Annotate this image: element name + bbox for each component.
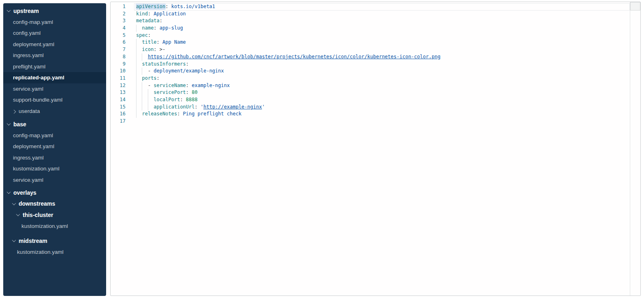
sidebar-item-midstream[interactable]: midstream [3, 235, 106, 247]
sidebar-item-userdata[interactable]: userdata [3, 106, 106, 117]
chevron-down-icon[interactable] [7, 8, 11, 12]
code-token: name [142, 25, 154, 31]
scrollbar-track[interactable] [630, 2, 630, 296]
code-token [136, 104, 154, 110]
indent-guide [148, 96, 148, 104]
code-line[interactable]: servicePort: 80 [136, 89, 630, 96]
sidebar-item-config-yaml[interactable]: config.yaml [3, 28, 106, 39]
indent-guide [142, 104, 142, 111]
code-token: title [142, 39, 156, 45]
folder-label: userdata [19, 108, 40, 114]
code-token: apiVersion [136, 4, 165, 9]
folder-label: this-cluster [23, 212, 53, 218]
file-label: deployment.yaml [13, 41, 54, 47]
code-token: kots.io/v1beta1 [171, 4, 215, 9]
sidebar-item-kustomization-yaml[interactable]: kustomization.yaml [3, 247, 106, 258]
sidebar-item-kustomization-yaml[interactable]: kustomization.yaml [3, 221, 106, 232]
code-line[interactable]: statusInformers: [136, 61, 630, 68]
code-token [136, 111, 142, 117]
code-line[interactable]: localPort: 8888 [136, 96, 630, 104]
indent-guide [148, 104, 148, 111]
sidebar-item-deployment-yaml[interactable]: deployment.yaml [3, 141, 106, 152]
sidebar-item-support-bundle-yaml[interactable]: support-bundle.yaml [3, 94, 106, 106]
code-editor[interactable]: 1234567891011121314151617 apiVersion: ko… [111, 3, 630, 296]
sidebar-item-config-map-yaml[interactable]: config-map.yaml [3, 17, 106, 28]
code-lines: apiVersion: kots.io/v1beta1kind: Applica… [136, 3, 630, 125]
code-line[interactable]: metadata: [136, 17, 630, 25]
sidebar-item-ingress-yaml[interactable]: ingress.yaml [3, 50, 106, 61]
sidebar-item-config-map-yaml[interactable]: config-map.yaml [3, 130, 106, 141]
chevron-down-icon[interactable] [16, 212, 20, 216]
code-line[interactable]: title: App Name [136, 39, 630, 46]
sidebar-item-service-yaml[interactable]: service.yaml [3, 174, 106, 186]
indent-guide [136, 111, 136, 118]
code-line[interactable]: icon: >- [136, 46, 630, 53]
code-link[interactable]: http://example-nginx [203, 104, 262, 110]
line-number: 13 [111, 89, 126, 96]
indent-guide [136, 46, 136, 53]
indent-guide [142, 53, 142, 61]
chevron-right-icon[interactable] [12, 110, 16, 114]
sidebar-item-service-yaml[interactable]: service.yaml [3, 83, 106, 95]
line-number: 7 [111, 46, 126, 53]
line-number: 12 [111, 82, 126, 89]
sidebar-item-this-cluster[interactable]: this-cluster [3, 209, 106, 221]
sidebar-item-preflight-yaml[interactable]: preflight.yaml [3, 61, 106, 72]
chevron-down-icon[interactable] [7, 121, 11, 125]
code-token: App Name [162, 39, 186, 45]
indent-guide [142, 89, 142, 96]
code-token: : [186, 61, 189, 67]
sidebar-item-kustomization-yaml[interactable]: kustomization.yaml [3, 163, 106, 174]
line-number: 2 [111, 11, 126, 18]
chevron-down-icon[interactable] [12, 201, 16, 205]
file-label: config-map.yaml [13, 132, 53, 138]
sidebar-item-replicated-app-yaml[interactable]: replicated-app.yaml [3, 72, 106, 83]
code-line[interactable]: applicationUrl: 'http://example-nginx' [136, 104, 630, 111]
code-line[interactable]: ports: [136, 75, 630, 82]
indent-guide [148, 89, 148, 96]
sidebar-item-base[interactable]: base [3, 119, 106, 130]
indent-guide [136, 53, 136, 61]
code-token [136, 47, 142, 52]
code-token: - [136, 68, 154, 74]
sidebar-item-downstreams[interactable]: downstreams [3, 198, 106, 210]
chevron-down-icon[interactable] [12, 238, 16, 242]
code-line[interactable] [136, 118, 630, 125]
code-token: serviceName [154, 83, 186, 88]
code-line[interactable]: spec: [136, 32, 630, 39]
file-label: kustomization.yaml [17, 249, 64, 255]
code-line[interactable]: releaseNotes: Ping preflight check [136, 111, 630, 118]
code-token [136, 97, 154, 102]
sidebar-item-upstream[interactable]: upstream [3, 5, 106, 17]
sidebar-item-deployment-yaml[interactable]: deployment.yaml [3, 39, 106, 50]
sidebar-item-ingress-yaml[interactable]: ingress.yaml [3, 152, 106, 164]
code-link[interactable]: https://github.com/cncf/artwork/blob/mas… [148, 54, 440, 60]
code-token: : [160, 18, 162, 23]
file-label: preflight.yaml [13, 64, 45, 70]
chevron-down-icon[interactable] [7, 190, 11, 194]
file-tree: upstreamconfig-map.yamlconfig.yamldeploy… [3, 5, 106, 257]
line-number: 4 [111, 25, 126, 32]
code-token: statusInformers [142, 61, 186, 67]
code-line[interactable]: - deployment/example-nginx [136, 68, 630, 75]
code-token: servicePort [154, 89, 186, 95]
code-line[interactable]: kind: Application [136, 11, 630, 18]
code-token: : [195, 104, 200, 110]
overview-ruler-box [630, 2, 640, 11]
code-token: : [157, 75, 160, 81]
file-label: support-bundle.yaml [13, 97, 62, 103]
indent-guide [136, 61, 136, 68]
code-token [136, 25, 142, 31]
line-number: 10 [111, 68, 126, 75]
code-token: app-slug [160, 25, 183, 31]
sidebar-item-overlays[interactable]: overlays [3, 187, 106, 198]
code-line[interactable]: - serviceName: example-nginx [136, 82, 630, 89]
code-line[interactable]: apiVersion: kots.io/v1beta1 [136, 3, 630, 11]
code-token: kind [136, 11, 148, 17]
code-line[interactable]: https://github.com/cncf/artwork/blob/mas… [136, 53, 630, 61]
code-token: deployment/example-nginx [154, 68, 224, 74]
indent-guide [136, 39, 136, 46]
code-line[interactable]: name: app-slug [136, 25, 630, 32]
code-token: : [186, 83, 192, 88]
code-token: : [177, 111, 183, 117]
